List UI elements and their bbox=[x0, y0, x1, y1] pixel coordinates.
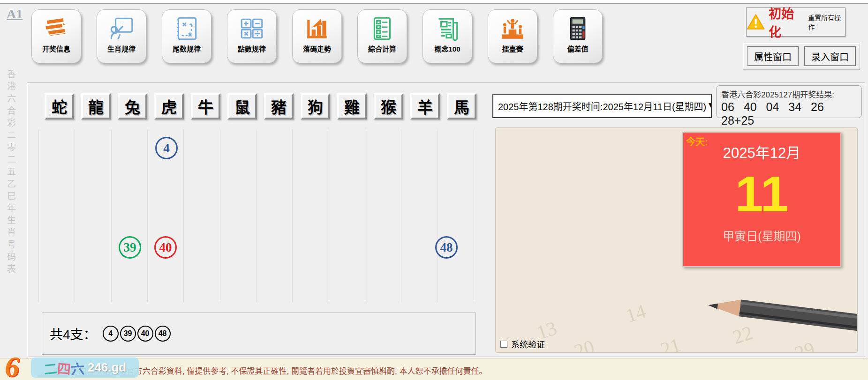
main-toolbar: 开奖信息 生肖规律 尾数规律 點數规律 bbox=[31, 9, 603, 63]
grid-column bbox=[438, 129, 474, 302]
zodiac-button-rat[interactable]: 鼠 bbox=[227, 93, 257, 119]
initialize-label: 初始化 bbox=[769, 4, 804, 40]
properties-window-button[interactable]: 属性窗口 bbox=[747, 46, 799, 66]
toolbar-button-label: 落碼走勢 bbox=[303, 44, 331, 53]
last-result-title: 香港六合彩2025127期开奖结果: bbox=[721, 88, 857, 100]
grid-column bbox=[401, 129, 438, 302]
number-mark-40[interactable]: 40 bbox=[154, 236, 177, 259]
watermark-domain: 246.gd bbox=[88, 360, 126, 375]
grid-column bbox=[112, 129, 148, 302]
toolbar-button-label: 擂臺賽 bbox=[502, 44, 523, 53]
zodiac-button-dog[interactable]: 狗 bbox=[301, 93, 330, 119]
strategy-icon bbox=[173, 15, 200, 42]
summary-prefix: 共4支： bbox=[50, 324, 97, 343]
watermark-six-logo: 6 bbox=[5, 354, 19, 380]
toolbar-button-label: 偏差值 bbox=[567, 44, 588, 53]
zodiac-button-tiger[interactable]: 虎 bbox=[154, 93, 184, 119]
summary-number: 39 bbox=[120, 326, 136, 342]
zodiac-button-snake[interactable]: 蛇 bbox=[45, 93, 74, 119]
system-verify-checkbox[interactable]: 系统验证 bbox=[500, 338, 545, 350]
toolbar-button-label: 綜合計算 bbox=[368, 44, 396, 53]
toolbar-button-label: 點數规律 bbox=[238, 44, 266, 53]
grid-column bbox=[220, 129, 257, 302]
initialize-button[interactable]: 初始化 重置所有操作 bbox=[746, 7, 845, 37]
selection-summary-box: 共4支： 4 39 40 48 bbox=[42, 313, 476, 355]
entry-window-button[interactable]: 录入窗口 bbox=[804, 46, 856, 66]
books-icon bbox=[43, 15, 70, 42]
bar-chart-icon bbox=[303, 15, 331, 42]
zodiac-button-goat[interactable]: 羊 bbox=[410, 93, 440, 119]
calendar-faint-number: 20 bbox=[572, 335, 597, 353]
math-grid-icon bbox=[238, 15, 265, 42]
toolbar-button-label: 概念100 bbox=[434, 44, 460, 53]
today-label: 今天: bbox=[686, 134, 708, 148]
grid-column bbox=[257, 129, 293, 302]
draw-period-value: 2025年第128期开奖时间:2025年12月11日(星期四) bbox=[498, 99, 706, 113]
zodiac-pattern-button[interactable]: 生肖规律 bbox=[97, 9, 146, 63]
checklist-icon bbox=[369, 15, 396, 42]
zodiac-button-row: 蛇 龍 兔 虎 牛 鼠 豬 狗 雞 猴 羊 馬 bbox=[45, 93, 476, 119]
zodiac-button-ox[interactable]: 牛 bbox=[191, 93, 220, 119]
toolbar-button-label: 开奖信息 bbox=[42, 44, 70, 53]
grid-column bbox=[293, 129, 329, 302]
comprehensive-calc-button[interactable]: 綜合計算 bbox=[357, 9, 407, 63]
cell-reference-label: A1 bbox=[7, 7, 23, 22]
calendar-weekday: 甲寅日(星期四) bbox=[683, 227, 840, 244]
zodiac-button-monkey[interactable]: 猴 bbox=[374, 93, 403, 119]
newspaper-icon bbox=[434, 15, 461, 42]
toolbar-button-label: 尾数规律 bbox=[173, 44, 201, 53]
calendar-faint-number: 14 bbox=[623, 300, 649, 328]
calendar-panel: 13 20 14 21 22 29 今天: 2025年12月 11 甲寅日(星期… bbox=[495, 127, 858, 353]
warning-icon bbox=[747, 13, 765, 31]
zodiac-button-rabbit[interactable]: 兔 bbox=[118, 93, 147, 119]
number-mark-48[interactable]: 48 bbox=[435, 236, 458, 259]
zodiac-number-grid: 4 39 40 48 bbox=[38, 129, 474, 302]
number-mark-39[interactable]: 39 bbox=[119, 236, 141, 259]
zodiac-button-pig[interactable]: 豬 bbox=[264, 93, 294, 119]
grid-column bbox=[329, 129, 365, 302]
summary-number: 40 bbox=[137, 326, 153, 342]
tail-pattern-button[interactable]: 尾数规律 bbox=[162, 9, 211, 63]
draw-period-dropdown[interactable]: 2025年第128期开奖时间:2025年12月11日(星期四) ▼ bbox=[492, 94, 712, 118]
checkbox-icon[interactable] bbox=[500, 341, 507, 348]
window-buttons-group: 属性窗口 录入窗口 bbox=[743, 43, 860, 70]
watermark-brand-characters: 二四六 bbox=[44, 358, 84, 378]
calendar-day: 11 bbox=[683, 169, 840, 219]
summary-number: 48 bbox=[155, 326, 171, 342]
vertical-year-caption: 香港六合彩二零二五乙巳年生肖号码表 bbox=[4, 69, 17, 276]
window-top-edge bbox=[0, 0, 868, 4]
points-pattern-button[interactable]: 點數规律 bbox=[227, 9, 277, 63]
grid-column bbox=[38, 129, 75, 302]
calendar-faint-number: 21 bbox=[658, 334, 684, 353]
grid-column bbox=[365, 129, 401, 302]
pencil-icon bbox=[704, 283, 858, 347]
grid-column bbox=[75, 129, 111, 302]
summary-number: 4 bbox=[103, 326, 119, 342]
toolbar-button-label: 生肖规律 bbox=[107, 44, 136, 53]
zodiac-button-rooster[interactable]: 雞 bbox=[337, 93, 367, 119]
grid-column bbox=[184, 129, 220, 302]
number-trend-button[interactable]: 落碼走勢 bbox=[292, 9, 342, 63]
calculator-icon bbox=[564, 15, 591, 42]
zodiac-button-dragon[interactable]: 龍 bbox=[81, 93, 111, 119]
concept-100-button[interactable]: 概念100 bbox=[423, 9, 472, 63]
initialize-subtitle: 重置所有操作 bbox=[808, 13, 845, 31]
draw-info-button[interactable]: 开奖信息 bbox=[31, 9, 81, 63]
presentation-icon bbox=[108, 15, 135, 42]
zodiac-button-horse[interactable]: 馬 bbox=[447, 93, 476, 119]
system-verify-label: 系统验证 bbox=[511, 338, 545, 350]
watermark-brand-box: 二四六 246.gd bbox=[31, 358, 139, 378]
today-calendar-card: 今天: 2025年12月 11 甲寅日(星期四) bbox=[682, 132, 841, 267]
podium-icon bbox=[499, 15, 526, 42]
deviation-value-button[interactable]: 偏差值 bbox=[553, 9, 603, 63]
number-mark-4[interactable]: 4 bbox=[155, 137, 178, 159]
arena-contest-button[interactable]: 擂臺賽 bbox=[488, 9, 537, 63]
last-result-numbers: 06 40 04 34 26 28+25 bbox=[721, 100, 857, 127]
chevron-down-icon[interactable]: ▼ bbox=[706, 99, 712, 112]
last-result-panel: 香港六合彩2025127期开奖结果: 06 40 04 34 26 28+25 bbox=[716, 85, 862, 118]
